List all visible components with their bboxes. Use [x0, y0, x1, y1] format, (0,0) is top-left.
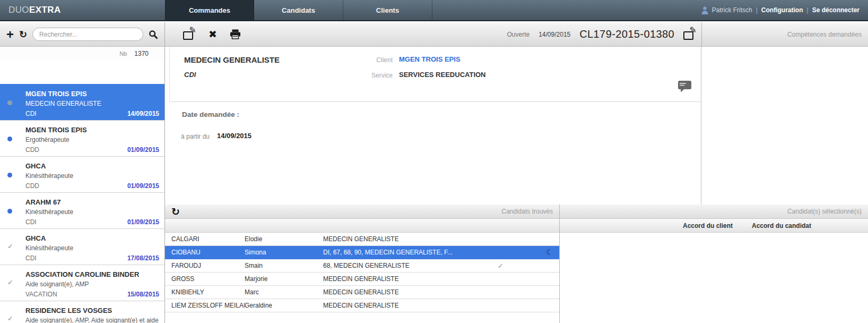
user-icon: [701, 6, 708, 14]
service-label: Service: [329, 72, 393, 79]
date-label: 01/09/2015: [127, 181, 159, 191]
client-name: MGEN TROIS EPIS: [25, 125, 159, 135]
date-from-value: 14/09/2015: [217, 132, 251, 140]
logout-link[interactable]: Se déconnecter: [812, 6, 860, 14]
candidate-row[interactable]: LIEM ZEISSLOFF MEILAN Geraldine MEDECIN …: [165, 299, 559, 312]
print-button[interactable]: [230, 29, 241, 39]
candidate-firstname: Geraldine: [245, 302, 323, 309]
contract-label: CDI: [25, 108, 37, 119]
client-label: Client: [329, 56, 393, 64]
client-name: GHCA: [25, 233, 159, 243]
candidate-lastname: CALGARI: [165, 235, 245, 243]
tab-commandes[interactable]: Commandes: [165, 0, 254, 20]
separator: |: [756, 6, 758, 14]
refresh-icon: ↻: [19, 29, 27, 40]
moon-icon: ☾: [540, 248, 559, 257]
comment-icon: [678, 80, 692, 92]
app-logo: DUOEXTRA: [8, 5, 61, 15]
contract-label: CDI: [25, 217, 37, 227]
main-tabs: Commandes Candidats Clients: [165, 0, 432, 20]
role-label: MEDECIN GENERALISTE: [25, 99, 159, 108]
role-label: Kinésithérapeute: [25, 171, 159, 181]
role-label: Aide soignant(e), AMP, Aide soignant(e) …: [25, 316, 159, 323]
candidate-qualifications: MEDECIN GENERALISTE: [323, 275, 498, 283]
contract-label: CDD: [25, 181, 39, 191]
candidate-row[interactable]: KNIBIEHLY Marc MEDECIN GENERALISTE: [165, 286, 559, 299]
candidates-selected-panel: Candidat(s) sélectionné(s) Accord du cli…: [559, 205, 868, 323]
date-label: 17/08/2015: [127, 253, 159, 264]
order-list: MGEN TROIS EPIS MEDECIN GENERALISTE CDI1…: [0, 84, 164, 323]
user-name: Patrick Fritsch: [712, 6, 752, 14]
candidate-firstname: Marc: [245, 288, 323, 296]
candidate-check-icon: ✓: [498, 262, 540, 270]
check-icon: ✓: [7, 314, 13, 322]
candidate-row[interactable]: CALGARI Elodie MEDECIN GENERALISTE: [165, 233, 559, 246]
refresh-list-button[interactable]: ↻: [19, 29, 27, 40]
comment-button[interactable]: [678, 80, 692, 92]
order-list-item[interactable]: ARAHM 67 Kinésithérapeute CDI01/09/2015: [0, 192, 164, 228]
order-list-item[interactable]: ✓ GHCA Kinésithérapeute CDI17/08/2015: [0, 228, 164, 265]
order-status: Ouverte: [507, 31, 530, 38]
record-count-label: Nb: [119, 50, 127, 57]
plus-icon: +: [6, 29, 14, 40]
edit-order-button[interactable]: ✎: [183, 29, 196, 40]
refresh-icon: ↻: [171, 206, 180, 217]
close-icon: ✖: [209, 29, 217, 40]
edit-reference-button[interactable]: ✎: [683, 29, 696, 40]
order-toolbar: ✎ ✖ Ouverte 14/09/2015 CL179-2015-01380 …: [165, 22, 868, 47]
candidate-qualifications: MEDECIN GENERALISTE: [323, 302, 498, 309]
order-summary-card: MEDECIN GENERALISTE CDI Client MGEN TROI…: [169, 47, 701, 102]
record-count-value: 1370: [134, 50, 149, 57]
candidate-qualifications: DI, 67, 68, 90, MEDECIN GENERALISTE, F..…: [323, 249, 498, 256]
printer-icon: [230, 29, 241, 39]
role-label: Kinésithérapeute: [25, 243, 159, 253]
search-button[interactable]: [149, 30, 158, 39]
check-icon: ✓: [7, 278, 13, 286]
add-order-button[interactable]: +: [6, 29, 14, 40]
candidate-firstname: Elodie: [245, 235, 323, 243]
candidate-row[interactable]: FAROUDJ Smain 68, MEDECIN GENERALISTE ✓: [165, 259, 559, 273]
status-dot-icon: [7, 209, 12, 214]
pencil-icon: ✎: [690, 25, 697, 35]
tab-candidats[interactable]: Candidats: [254, 0, 343, 20]
date-label: 15/08/2015: [127, 289, 159, 300]
order-reference: CL179-2015-01380: [579, 28, 674, 40]
configuration-link[interactable]: Configuration: [761, 6, 803, 14]
order-list-item[interactable]: MGEN TROIS EPIS Ergothérapeute CDD01/09/…: [0, 120, 164, 156]
delete-order-button[interactable]: ✖: [209, 28, 217, 40]
order-list-item[interactable]: GHCA Kinésithérapeute CDD01/09/2015: [0, 156, 164, 192]
contract-label: CDD: [25, 144, 39, 155]
search-icon: [149, 30, 158, 39]
candidates-table-header: [165, 219, 559, 233]
record-count: Nb 1370: [0, 47, 164, 61]
candidates-found-header: Candidats trouvés: [501, 208, 553, 215]
candidate-firstname: Simona: [245, 249, 323, 256]
candidate-qualifications: 68, MEDECIN GENERALISTE: [323, 262, 498, 269]
list-spacer: [0, 61, 164, 84]
check-icon: ✓: [7, 242, 13, 250]
refresh-candidates-button[interactable]: ↻: [171, 206, 180, 218]
candidate-row[interactable]: CIOBANU Simona DI, 67, 68, 90, MEDECIN G…: [165, 246, 559, 259]
client-link[interactable]: MGEN TROIS EPIS: [399, 55, 461, 63]
accord-client-header: Accord du client: [683, 222, 733, 230]
pencil-icon: ✎: [189, 25, 196, 35]
competences-panel: [702, 47, 868, 205]
order-list-item[interactable]: ✓ ASSOCIATION CAROLINE BINDER Aide soign…: [0, 265, 164, 301]
candidate-lastname: CIOBANU: [165, 249, 245, 256]
tab-clients[interactable]: Clients: [343, 0, 432, 20]
status-dot-icon: [7, 173, 12, 177]
order-detail-panel: MEDECIN GENERALISTE CDI Client MGEN TROI…: [165, 47, 701, 205]
candidate-firstname: Smain: [245, 262, 323, 269]
candidates-table: CALGARI Elodie MEDECIN GENERALISTE CIOBA…: [165, 233, 559, 312]
search-input[interactable]: [32, 28, 143, 41]
candidates-selected-header: Candidat(s) sélectionné(s): [787, 208, 862, 215]
separator: |: [807, 6, 809, 14]
order-list-item[interactable]: MGEN TROIS EPIS MEDECIN GENERALISTE CDI1…: [0, 84, 164, 120]
order-list-item[interactable]: ✓ RESIDENCE LES VOSGES Aide soignant(e),…: [0, 301, 164, 323]
contract-label: VACATION: [25, 289, 57, 300]
candidate-lastname: GROSS: [165, 275, 245, 283]
order-status-date: 14/09/2015: [539, 31, 570, 38]
competences-panel-header: Compétences demandées: [787, 31, 862, 38]
candidate-row[interactable]: GROSS Marjorie MEDECIN GENERALISTE: [165, 273, 559, 286]
order-title: MEDECIN GENERALISTE: [184, 55, 280, 64]
